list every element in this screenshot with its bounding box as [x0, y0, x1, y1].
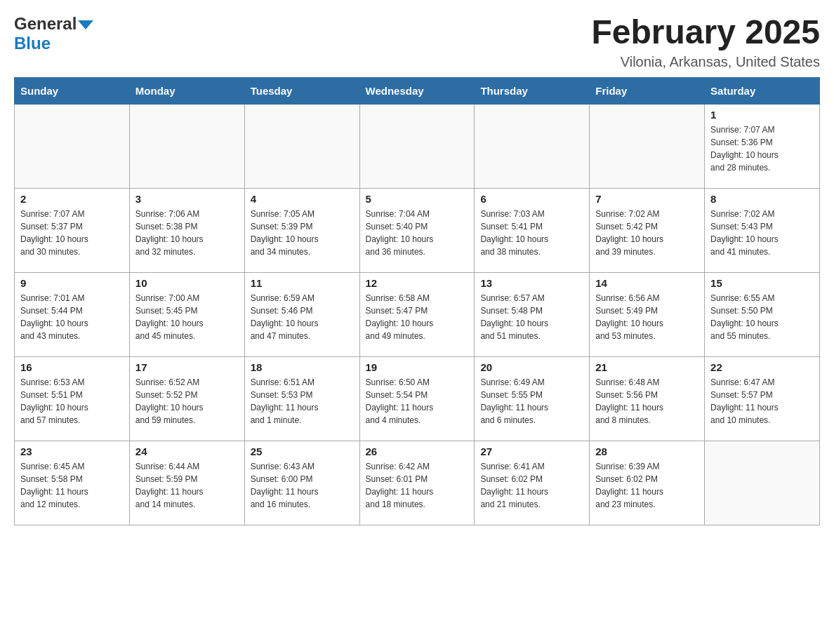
day-number: 18: [251, 361, 354, 373]
calendar-cell: 16Sunrise: 6:53 AMSunset: 5:51 PMDayligh…: [15, 356, 130, 441]
day-number: 9: [20, 277, 124, 289]
day-info: Sunrise: 7:07 AMSunset: 5:37 PMDaylight:…: [20, 208, 124, 258]
day-info: Sunrise: 6:50 AMSunset: 5:54 PMDaylight:…: [366, 376, 469, 427]
day-info: Sunrise: 6:56 AMSunset: 5:49 PMDaylight:…: [595, 292, 699, 342]
day-info: Sunrise: 6:59 AMSunset: 5:46 PMDaylight:…: [251, 292, 354, 342]
day-info: Sunrise: 6:53 AMSunset: 5:51 PMDaylight:…: [20, 376, 124, 427]
day-number: 21: [595, 361, 699, 373]
calendar-cell: [129, 104, 244, 188]
calendar-cell: 14Sunrise: 6:56 AMSunset: 5:49 PMDayligh…: [590, 272, 705, 356]
calendar-cell: 21Sunrise: 6:48 AMSunset: 5:56 PMDayligh…: [590, 356, 705, 441]
day-info: Sunrise: 6:43 AMSunset: 6:00 PMDaylight:…: [251, 460, 354, 511]
day-info: Sunrise: 6:51 AMSunset: 5:53 PMDaylight:…: [251, 376, 354, 427]
day-info: Sunrise: 6:55 AMSunset: 5:50 PMDaylight:…: [710, 292, 814, 342]
calendar-header-saturday: Saturday: [705, 77, 820, 104]
day-number: 22: [710, 361, 814, 373]
day-number: 15: [710, 277, 814, 289]
day-number: 11: [251, 277, 354, 289]
day-info: Sunrise: 6:58 AMSunset: 5:47 PMDaylight:…: [366, 292, 469, 342]
day-number: 16: [20, 361, 124, 373]
calendar-cell: 6Sunrise: 7:03 AMSunset: 5:41 PMDaylight…: [475, 188, 590, 272]
day-number: 3: [135, 193, 239, 205]
day-number: 27: [480, 445, 583, 457]
day-info: Sunrise: 7:02 AMSunset: 5:43 PMDaylight:…: [710, 208, 814, 258]
calendar-table: SundayMondayTuesdayWednesdayThursdayFrid…: [14, 77, 820, 525]
calendar-cell: 25Sunrise: 6:43 AMSunset: 6:00 PMDayligh…: [244, 441, 359, 525]
calendar-cell: 23Sunrise: 6:45 AMSunset: 5:58 PMDayligh…: [15, 441, 130, 525]
logo: General Blue: [14, 14, 93, 53]
calendar-cell: 12Sunrise: 6:58 AMSunset: 5:47 PMDayligh…: [359, 272, 475, 356]
day-number: 19: [366, 361, 469, 373]
day-number: 7: [595, 193, 699, 205]
day-info: Sunrise: 7:02 AMSunset: 5:42 PMDaylight:…: [595, 208, 699, 258]
calendar-cell: 1Sunrise: 7:07 AMSunset: 5:36 PMDaylight…: [705, 104, 820, 188]
logo-triangle-icon: [78, 20, 93, 29]
logo-general-text: General: [14, 14, 77, 34]
day-number: 2: [20, 193, 124, 205]
day-number: 24: [135, 445, 239, 457]
calendar-cell: 3Sunrise: 7:06 AMSunset: 5:38 PMDaylight…: [129, 188, 244, 272]
day-number: 8: [710, 193, 814, 205]
day-number: 4: [251, 193, 354, 205]
calendar-header-monday: Monday: [129, 77, 244, 104]
calendar-cell: 19Sunrise: 6:50 AMSunset: 5:54 PMDayligh…: [359, 356, 475, 441]
page-header: General Blue February 2025 Vilonia, Arka…: [14, 14, 820, 70]
calendar-header-wednesday: Wednesday: [359, 77, 475, 104]
day-info: Sunrise: 7:04 AMSunset: 5:40 PMDaylight:…: [366, 208, 469, 258]
calendar-week-row: 16Sunrise: 6:53 AMSunset: 5:51 PMDayligh…: [15, 356, 820, 441]
day-number: 12: [366, 277, 469, 289]
day-info: Sunrise: 6:48 AMSunset: 5:56 PMDaylight:…: [595, 376, 699, 427]
calendar-cell: [244, 104, 359, 188]
day-number: 26: [366, 445, 469, 457]
calendar-cell: 27Sunrise: 6:41 AMSunset: 6:02 PMDayligh…: [475, 441, 590, 525]
calendar-cell: [475, 104, 590, 188]
calendar-cell: 28Sunrise: 6:39 AMSunset: 6:02 PMDayligh…: [590, 441, 705, 525]
day-info: Sunrise: 6:41 AMSunset: 6:02 PMDaylight:…: [480, 460, 583, 511]
calendar-cell: [705, 441, 820, 525]
day-number: 10: [135, 277, 239, 289]
calendar-cell: 15Sunrise: 6:55 AMSunset: 5:50 PMDayligh…: [705, 272, 820, 356]
calendar-week-row: 23Sunrise: 6:45 AMSunset: 5:58 PMDayligh…: [15, 441, 820, 525]
day-number: 5: [366, 193, 469, 205]
calendar-cell: 11Sunrise: 6:59 AMSunset: 5:46 PMDayligh…: [244, 272, 359, 356]
day-number: 1: [710, 109, 814, 121]
calendar-cell: 13Sunrise: 6:57 AMSunset: 5:48 PMDayligh…: [475, 272, 590, 356]
day-number: 6: [480, 193, 583, 205]
day-info: Sunrise: 6:42 AMSunset: 6:01 PMDaylight:…: [366, 460, 469, 511]
calendar-header-tuesday: Tuesday: [244, 77, 359, 104]
calendar-header-friday: Friday: [590, 77, 705, 104]
day-info: Sunrise: 7:05 AMSunset: 5:39 PMDaylight:…: [251, 208, 354, 258]
title-section: February 2025 Vilonia, Arkansas, United …: [591, 14, 820, 70]
calendar-header-row: SundayMondayTuesdayWednesdayThursdayFrid…: [15, 77, 820, 104]
calendar-week-row: 1Sunrise: 7:07 AMSunset: 5:36 PMDaylight…: [15, 104, 820, 188]
calendar-week-row: 2Sunrise: 7:07 AMSunset: 5:37 PMDaylight…: [15, 188, 820, 272]
calendar-cell: 4Sunrise: 7:05 AMSunset: 5:39 PMDaylight…: [244, 188, 359, 272]
day-info: Sunrise: 7:03 AMSunset: 5:41 PMDaylight:…: [480, 208, 583, 258]
calendar-week-row: 9Sunrise: 7:01 AMSunset: 5:44 PMDaylight…: [15, 272, 820, 356]
calendar-cell: 2Sunrise: 7:07 AMSunset: 5:37 PMDaylight…: [15, 188, 130, 272]
calendar-cell: [359, 104, 475, 188]
calendar-cell: 18Sunrise: 6:51 AMSunset: 5:53 PMDayligh…: [244, 356, 359, 441]
calendar-cell: 26Sunrise: 6:42 AMSunset: 6:01 PMDayligh…: [359, 441, 475, 525]
day-number: 13: [480, 277, 583, 289]
main-title: February 2025: [591, 14, 820, 51]
day-info: Sunrise: 6:47 AMSunset: 5:57 PMDaylight:…: [710, 376, 814, 427]
day-number: 28: [595, 445, 699, 457]
day-info: Sunrise: 7:07 AMSunset: 5:36 PMDaylight:…: [710, 123, 814, 174]
calendar-cell: 5Sunrise: 7:04 AMSunset: 5:40 PMDaylight…: [359, 188, 475, 272]
calendar-cell: 9Sunrise: 7:01 AMSunset: 5:44 PMDaylight…: [15, 272, 130, 356]
logo-blue-text: Blue: [14, 34, 51, 53]
day-info: Sunrise: 6:39 AMSunset: 6:02 PMDaylight:…: [595, 460, 699, 511]
calendar-cell: 8Sunrise: 7:02 AMSunset: 5:43 PMDaylight…: [705, 188, 820, 272]
day-info: Sunrise: 6:49 AMSunset: 5:55 PMDaylight:…: [480, 376, 583, 427]
calendar-cell: 24Sunrise: 6:44 AMSunset: 5:59 PMDayligh…: [129, 441, 244, 525]
subtitle: Vilonia, Arkansas, United States: [591, 54, 820, 70]
day-info: Sunrise: 7:01 AMSunset: 5:44 PMDaylight:…: [20, 292, 124, 342]
calendar-cell: [15, 104, 130, 188]
day-info: Sunrise: 6:57 AMSunset: 5:48 PMDaylight:…: [480, 292, 583, 342]
day-info: Sunrise: 7:06 AMSunset: 5:38 PMDaylight:…: [135, 208, 239, 258]
calendar-cell: 10Sunrise: 7:00 AMSunset: 5:45 PMDayligh…: [129, 272, 244, 356]
calendar-cell: 7Sunrise: 7:02 AMSunset: 5:42 PMDaylight…: [590, 188, 705, 272]
day-number: 25: [251, 445, 354, 457]
calendar-header-thursday: Thursday: [475, 77, 590, 104]
